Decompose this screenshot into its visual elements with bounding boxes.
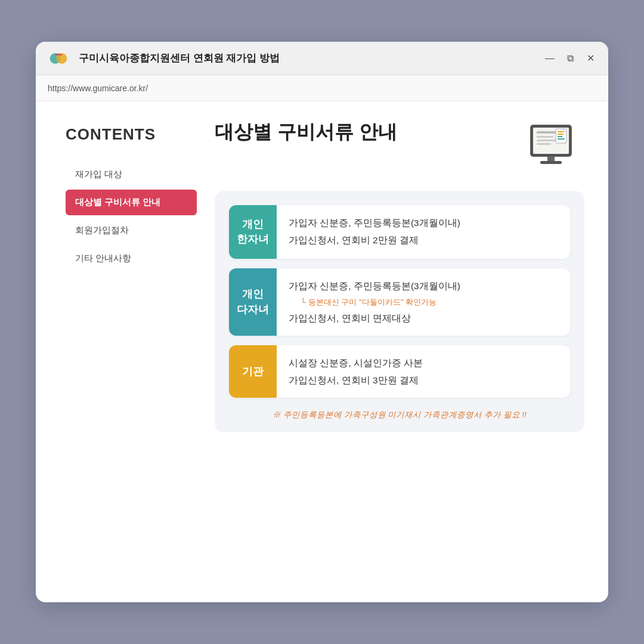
card-content-individual-single: 가입자 신분증, 주민등록등본(3개월이내) 가입신청서, 연회비 2만원 결제	[277, 205, 570, 259]
svg-rect-4	[537, 131, 558, 134]
browser-title: 구미시육아종합지원센터 연회원 재가입 방법	[79, 51, 534, 65]
main-panel: 대상별 구비서류 안내	[197, 119, 590, 584]
svg-rect-11	[558, 136, 562, 137]
sidebar-nav: 재가입 대상 대상별 구비서류 안내 회원가입절차 기타 안내사항	[66, 162, 197, 274]
copy-button[interactable]: ⧉	[564, 52, 576, 64]
svg-rect-12	[558, 138, 565, 140]
contents-label: CONTENTS	[66, 125, 197, 144]
minimize-button[interactable]: —	[544, 52, 556, 64]
browser-addressbar: https://www.gumicare.or.kr/	[36, 75, 608, 101]
sidebar: CONTENTS 재가입 대상 대상별 구비서류 안내 회원가입절차 기타 안내…	[66, 119, 197, 584]
svg-rect-15	[540, 161, 562, 164]
card-text-institution-1: 시설장 신분증, 시설인가증 사본	[289, 356, 558, 370]
browser-window: 구미시육아종합지원센터 연회원 재가입 방법 — ⧉ ✕ https://www…	[36, 42, 608, 602]
card-label-individual-multi: 개인다자녀	[229, 268, 277, 336]
card-text-single-2: 가입신청서, 연회비 2만원 결제	[289, 233, 558, 247]
card-text-institution-2: 가입신청서, 연회비 3만원 결제	[289, 373, 558, 387]
card-content-individual-multi: 가입자 신분증, 주민등록등본(3개월이내) └ 등본대신 구미 "다둘이카드"…	[277, 268, 570, 336]
card-text-single-1: 가입자 신분증, 주민등록등본(3개월이내)	[289, 216, 558, 230]
main-header: 대상별 구비서류 안내	[215, 119, 584, 174]
svg-rect-10	[558, 134, 564, 135]
svg-rect-14	[547, 156, 555, 161]
sidebar-item-docs-guide[interactable]: 대상별 구비서류 안내	[66, 190, 197, 215]
card-text-multi-1: 가입자 신분증, 주민등록등본(3개월이내)	[289, 279, 558, 293]
card-label-individual-single: 개인한자녀	[229, 205, 277, 259]
document-computer-icon	[525, 119, 584, 174]
sidebar-item-rejoin-target[interactable]: 재가입 대상	[66, 162, 197, 187]
site-logo	[48, 48, 69, 69]
cards-container: 개인한자녀 가입자 신분증, 주민등록등본(3개월이내) 가입신청서, 연회비 …	[215, 191, 584, 432]
sidebar-item-other-info[interactable]: 기타 안내사항	[66, 246, 197, 271]
footnote: ※ 주민등록등본에 가족구성원 미기재시 가족관계증명서 추가 필요 !!	[229, 410, 570, 420]
svg-rect-5	[537, 136, 553, 138]
browser-controls: — ⧉ ✕	[544, 52, 596, 64]
close-button[interactable]: ✕	[584, 52, 596, 64]
card-content-institution: 시설장 신분증, 시설인가증 사본 가입신청서, 연회비 3만원 결제	[277, 345, 570, 398]
main-title: 대상별 구비서류 안내	[215, 119, 397, 145]
card-individual-multi: 개인다자녀 가입자 신분증, 주민등록등본(3개월이내) └ 등본대신 구미 "…	[229, 268, 570, 336]
card-note-multi: └ 등본대신 구미 "다둘이카드" 확인가능	[301, 297, 558, 308]
address-text[interactable]: https://www.gumicare.or.kr/	[48, 83, 148, 93]
card-individual-single: 개인한자녀 가입자 신분증, 주민등록등본(3개월이내) 가입신청서, 연회비 …	[229, 205, 570, 259]
card-institution: 기관 시설장 신분증, 시설인가증 사본 가입신청서, 연회비 3만원 결제	[229, 345, 570, 398]
svg-rect-6	[537, 140, 556, 141]
card-text-multi-2: 가입신청서, 연회비 면제대상	[289, 311, 558, 325]
card-label-institution: 기관	[229, 345, 277, 398]
browser-titlebar: 구미시육아종합지원센터 연회원 재가입 방법 — ⧉ ✕	[36, 42, 608, 75]
sidebar-item-membership-procedure[interactable]: 회원가입절차	[66, 218, 197, 243]
content-area: CONTENTS 재가입 대상 대상별 구비서류 안내 회원가입절차 기타 안내…	[36, 101, 608, 602]
svg-rect-7	[537, 143, 551, 145]
